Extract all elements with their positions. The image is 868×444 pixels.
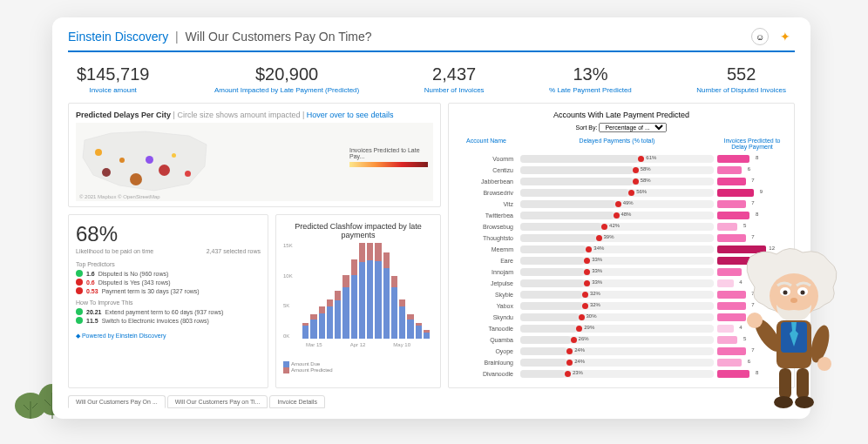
cashflow-chart[interactable]: 15K10K5K0K Mar 15Apr 12May 10 (283, 243, 433, 356)
invoice-bar: 8 (717, 212, 749, 219)
sort-select[interactable]: Percentage of ... (599, 123, 667, 132)
account-row[interactable]: Twitterbea 48% 8 (456, 210, 787, 221)
kpi-label: Invoice amount (77, 86, 149, 94)
einstein-icon[interactable]: ☺ (751, 28, 769, 45)
app-name-link[interactable]: Einstein Discovery (68, 30, 168, 44)
svg-rect-17 (797, 368, 809, 399)
map-bubble[interactable] (130, 173, 142, 185)
page-title: Einstein Discovery | Will Our Customers … (68, 30, 372, 44)
kpi-item[interactable]: $20,900Amount Impacted by Late Payment (… (214, 64, 359, 94)
delayed-bar: 56% (520, 189, 714, 197)
bar-column[interactable] (375, 243, 381, 339)
likelihood-card: 68% Likelihood to be paid on time 2,437 … (68, 214, 268, 388)
bar-column[interactable] (383, 243, 390, 339)
selected-rows: 2,437 selected rows (207, 248, 261, 254)
map-bubble[interactable] (172, 153, 176, 158)
kpi-row: $145,719Invoice amount$20,900Amount Impa… (68, 59, 795, 103)
map-bubble[interactable] (159, 165, 170, 176)
bar-column[interactable] (327, 243, 333, 339)
account-name: Thoughtsto (456, 235, 517, 241)
account-name: Meemm (456, 246, 517, 252)
invoice-bar: 7 (717, 234, 746, 242)
map-bubble[interactable] (102, 168, 111, 177)
account-row[interactable]: Browsedriv 56% 9 (456, 187, 787, 198)
bar-column[interactable] (416, 243, 422, 339)
einstein-mascot (729, 244, 859, 435)
account-name: Brainloung (456, 360, 517, 366)
kpi-item[interactable]: 2,437Number of Invoices (424, 64, 485, 94)
account-row[interactable]: Thoughtsto 39% 7 (456, 232, 787, 244)
kpi-value: 552 (696, 64, 786, 84)
delayed-bar: 58% (520, 166, 714, 174)
svg-point-9 (790, 298, 797, 303)
kpi-label: Number of Disputed Invoices (696, 86, 786, 94)
status-dot (76, 287, 83, 294)
status-dot (76, 279, 83, 286)
bar-column[interactable] (407, 243, 413, 339)
col-invoices-predicted[interactable]: Invoices Predicted to Delay Payment (717, 138, 787, 150)
map-hover-link[interactable]: Hover over to see details (307, 111, 394, 119)
bar-column[interactable] (359, 243, 365, 339)
delayed-bar: 34% (520, 246, 714, 253)
delayed-bar: 29% (520, 325, 714, 333)
account-name: Twitterbea (456, 212, 517, 219)
delayed-bar: 33% (520, 279, 714, 287)
page-subtitle: Will Our Customers Pay On Time? (186, 30, 372, 44)
account-name: Jetpulse (456, 280, 517, 286)
map-bubble[interactable] (119, 158, 125, 163)
map-subtitle: Circle size shows amount impacted (177, 111, 300, 119)
kpi-item[interactable]: $145,719Invoice amount (77, 64, 149, 94)
bar-column[interactable] (302, 243, 309, 339)
kpi-label: Amount Impacted by Late Payment (Predict… (214, 86, 359, 94)
delayed-bar: 33% (520, 257, 714, 265)
powered-by-link[interactable]: ◆ Powered by Einstein Discovery (76, 333, 261, 340)
bar-column[interactable] (351, 243, 357, 339)
invoice-bar: 9 (717, 189, 754, 197)
col-delayed-payments[interactable]: Delayed Payments (% total) (520, 138, 714, 150)
map-bubble[interactable] (95, 149, 102, 156)
invoice-bar: 5 (717, 223, 737, 231)
tab-bar: Will Our Customers Pay On ...Will Our Cu… (68, 395, 795, 408)
likelihood-pct: 68% (76, 222, 261, 246)
kpi-value: $145,719 (77, 64, 149, 84)
account-name: Quamba (456, 337, 517, 343)
map-bubble[interactable] (185, 171, 191, 177)
delayed-bar: 61% (520, 155, 714, 163)
map-bubble[interactable] (146, 156, 153, 164)
bar-column[interactable] (335, 243, 341, 339)
svg-point-19 (795, 396, 814, 408)
bar-column[interactable] (342, 243, 349, 339)
bar-column[interactable] (367, 243, 373, 339)
account-name: Tanoodle (456, 326, 517, 332)
kpi-item[interactable]: 13%% Late Payment Predicted (549, 64, 632, 94)
tab[interactable]: Will Our Customers Pay on Ti... (167, 395, 268, 408)
delayed-bar: 24% (520, 347, 714, 355)
account-name: Divanoodle (456, 371, 517, 377)
delayed-bar: 26% (520, 336, 714, 344)
insights-icon[interactable] (777, 28, 795, 45)
col-account-name[interactable]: Account Name (456, 138, 517, 150)
bar-column[interactable] (310, 243, 316, 339)
account-row[interactable]: Jabberbean 58% 7 (456, 176, 787, 187)
delayed-bar: 48% (520, 212, 714, 219)
bar-column[interactable] (391, 243, 397, 339)
kpi-label: % Late Payment Predicted (549, 86, 632, 94)
svg-point-8 (801, 291, 805, 295)
bar-column[interactable] (319, 243, 325, 339)
delayed-bar: 32% (520, 291, 714, 299)
bar-column[interactable] (424, 243, 430, 339)
account-name: Skyndu (456, 314, 517, 320)
map-legend: Invoices Predicted to Late Pay... (349, 147, 428, 167)
predictor-row: 1.6 Disputed is No (960 rows) (76, 270, 261, 277)
account-row[interactable]: Centizu 58% 6 (456, 165, 787, 176)
account-row[interactable]: Browsebug 42% 5 (456, 221, 787, 232)
account-name: Jabberbean (456, 178, 517, 185)
tab[interactable]: Invoice Details (269, 395, 325, 408)
cashflow-card: Predicted Clashfow impacted by late paym… (275, 214, 441, 388)
kpi-item[interactable]: 552Number of Disputed Invoices (696, 64, 786, 94)
bar-column[interactable] (399, 243, 405, 339)
tab[interactable]: Will Our Customers Pay On ... (68, 395, 166, 408)
account-row[interactable]: Vitz 49% 7 (456, 198, 787, 210)
account-row[interactable]: Voomm 61% 8 (456, 153, 787, 165)
map-area[interactable]: Invoices Predicted to Late Pay... © 2021… (76, 123, 433, 201)
